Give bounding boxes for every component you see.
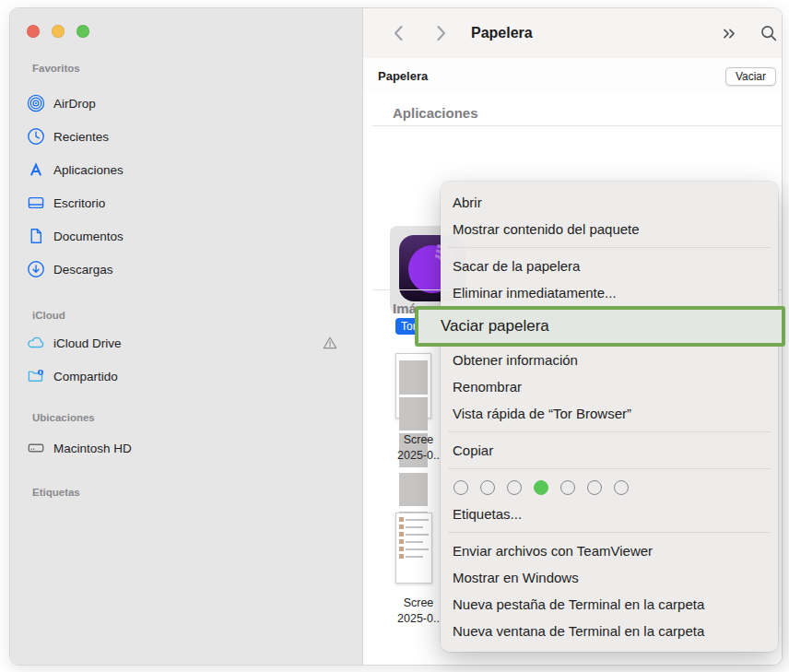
- sidebar-item-icloud-drive[interactable]: iCloud Drive: [19, 329, 351, 357]
- menu-separator: [448, 532, 771, 533]
- more-toolbar-items-button[interactable]: [718, 22, 740, 44]
- sidebar-item-label: Documentos: [53, 230, 124, 243]
- screenshot: Favoritos AirDrop Recientes Aplicaciones: [0, 0, 789, 672]
- document-icon: [27, 227, 45, 245]
- minimize-button[interactable]: [52, 25, 65, 38]
- tag-circle-4-green-selected[interactable]: [534, 480, 548, 495]
- sidebar-section-icloud: iCloud: [32, 307, 65, 324]
- sidebar-item-label: Compartido: [53, 370, 118, 383]
- sidebar-item-label: Descargas: [53, 263, 113, 277]
- menu-item-renombrar[interactable]: Renombrar: [441, 373, 778, 400]
- airdrop-icon: [27, 94, 45, 112]
- status-bar: Papelera Vaciar: [363, 58, 782, 94]
- shared-folder-icon: [27, 367, 45, 385]
- chevron-left-icon: [388, 22, 410, 44]
- tag-color-row: [441, 474, 778, 501]
- sidebar-item-label: Recientes: [53, 130, 109, 144]
- sidebar: Favoritos AirDrop Recientes Aplicaciones: [10, 8, 363, 665]
- forward-button[interactable]: [430, 22, 452, 44]
- sidebar-section-etiquetas: Etiquetas: [32, 484, 80, 501]
- search-button[interactable]: [758, 22, 780, 44]
- sidebar-item-macintosh-hd[interactable]: Macintosh HD: [19, 434, 351, 462]
- sidebar-section-favoritos: Favoritos: [32, 60, 80, 77]
- harddrive-icon: [27, 439, 45, 457]
- cloud-icon: [27, 334, 45, 352]
- menu-separator: [448, 431, 771, 432]
- zoom-button[interactable]: [77, 25, 89, 38]
- sidebar-item-compartido[interactable]: Compartido: [19, 362, 351, 390]
- menu-item-vaciar-papelera-highlighted[interactable]: Vaciar papelera: [415, 306, 785, 347]
- menu-item-etiquetas[interactable]: Etiquetas...: [441, 501, 778, 527]
- sidebar-item-documentos[interactable]: Documentos: [19, 222, 351, 250]
- file-screenshot-2-thumbnail[interactable]: [395, 513, 432, 584]
- section-header-imagenes: Imá: [393, 300, 417, 316]
- sidebar-item-label: iCloud Drive: [53, 336, 122, 350]
- sidebar-item-airdrop[interactable]: AirDrop: [19, 89, 351, 117]
- tag-circle-3[interactable]: [507, 480, 522, 495]
- menu-separator: [448, 247, 771, 248]
- tag-circle-5[interactable]: [560, 480, 575, 495]
- chevron-right-icon: [430, 22, 452, 44]
- sidebar-item-label: Aplicaciones: [53, 163, 124, 177]
- location-label: Papelera: [378, 58, 428, 93]
- window-title: Papelera: [471, 8, 533, 58]
- tag-circle-6[interactable]: [587, 480, 602, 495]
- menu-item-mostrar-en-windows[interactable]: Mostrar en Windows: [441, 564, 778, 591]
- sidebar-item-escritorio[interactable]: Escritorio: [19, 189, 351, 217]
- menu-item-enviar-archivos-teamviewer[interactable]: Enviar archivos con TeamViewer: [441, 537, 778, 564]
- menu-item-obtener-informacion[interactable]: Obtener información: [441, 347, 778, 373]
- warning-icon: [322, 335, 338, 351]
- sidebar-item-label: Macintosh HD: [53, 442, 132, 455]
- menu-item-abrir[interactable]: Abrir: [441, 189, 778, 216]
- toolbar: Papelera: [363, 8, 782, 59]
- empty-trash-button[interactable]: Vaciar: [725, 67, 776, 86]
- double-chevron-icon: [719, 23, 739, 43]
- menu-separator: [448, 468, 771, 469]
- close-button[interactable]: [27, 25, 40, 38]
- menu-item-nueva-pestana-terminal[interactable]: Nueva pestaña de Terminal en la carpeta: [441, 591, 778, 618]
- menu-item-label: Vaciar papelera: [441, 317, 549, 336]
- menu-item-mostrar-contenido-del-paquete[interactable]: Mostrar contenido del paquete: [441, 216, 778, 242]
- section-header-aplicaciones: Aplicaciones: [393, 104, 478, 121]
- tag-circle-2[interactable]: [480, 480, 495, 495]
- menu-item-eliminar-inmediatamente[interactable]: Eliminar inmediatamente...: [441, 279, 778, 306]
- menu-item-nueva-ventana-terminal[interactable]: Nueva ventana de Terminal en la carpeta: [441, 618, 778, 644]
- download-circle-icon: [27, 260, 45, 278]
- appstore-icon: [27, 160, 45, 179]
- search-icon: [759, 23, 779, 43]
- sidebar-item-descargas[interactable]: Descargas: [19, 255, 351, 283]
- menu-item-vista-rapida[interactable]: Vista rápida de “Tor Browser”: [441, 400, 778, 427]
- section-divider: [372, 125, 782, 126]
- tag-circle-7[interactable]: [614, 480, 629, 495]
- context-menu: Abrir Mostrar contenido del paquete Saca…: [441, 182, 778, 652]
- back-button[interactable]: [388, 22, 410, 44]
- sidebar-item-label: Escritorio: [53, 196, 105, 210]
- desktop-icon: [27, 194, 45, 212]
- sidebar-item-recientes[interactable]: Recientes: [19, 123, 351, 150]
- tag-circle-1[interactable]: [453, 480, 468, 495]
- menu-item-sacar-de-la-papelera[interactable]: Sacar de la papelera: [441, 253, 778, 279]
- sidebar-section-ubicaciones: Ubicaciones: [32, 409, 95, 426]
- sidebar-item-aplicaciones[interactable]: Aplicaciones: [19, 156, 351, 183]
- file-screenshot-1-thumbnail[interactable]: [395, 353, 431, 419]
- clock-icon: [27, 127, 45, 146]
- sidebar-item-label: AirDrop: [53, 97, 96, 111]
- menu-item-copiar[interactable]: Copiar: [441, 437, 778, 464]
